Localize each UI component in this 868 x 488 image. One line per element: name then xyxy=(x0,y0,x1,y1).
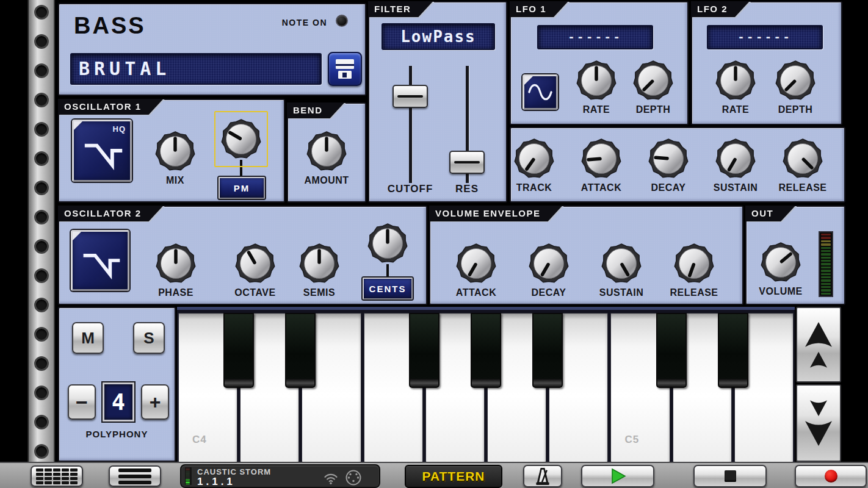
pattern-mode-button[interactable]: PATTERN xyxy=(405,465,502,488)
meter-segment xyxy=(821,257,831,259)
meter-segment xyxy=(821,243,831,245)
mix-knob[interactable] xyxy=(154,131,196,172)
level-meter-segment xyxy=(186,478,190,478)
meter-segment xyxy=(821,283,831,285)
wifi-icon xyxy=(323,471,339,486)
grid-cell xyxy=(62,473,69,476)
octave-up-button[interactable] xyxy=(796,307,841,382)
pm-mode-button[interactable]: PM xyxy=(219,177,265,199)
oscillator2-panel: OSCILLATOR 2 PHASE OCTAVE SEMIS CENTS xyxy=(58,206,427,305)
mute-button[interactable]: M xyxy=(72,322,104,354)
filter-sustain-knob-group: SUSTAIN xyxy=(702,138,769,193)
volume-knob[interactable] xyxy=(760,242,801,283)
oscillator2-title: OSCILLATOR 2 xyxy=(58,206,164,221)
note-on-label: NOTE ON xyxy=(282,18,327,27)
black-key[interactable] xyxy=(471,313,501,388)
filter-type-display[interactable]: LowPass xyxy=(382,23,495,50)
filter-decay-knob[interactable] xyxy=(648,138,689,179)
level-meter-segment xyxy=(186,484,190,484)
solo-button[interactable]: S xyxy=(133,322,165,354)
amp-decay-knob[interactable] xyxy=(528,243,570,284)
octave-down-small-arrow-icon xyxy=(809,400,828,417)
amp-release-knob[interactable] xyxy=(673,243,715,284)
meter-segment xyxy=(821,253,831,255)
synth-rack-screen: BASS NOTE ON BRUTAL OSCILLATOR 1 HQ MIX xyxy=(0,0,868,488)
filter-attack-knob[interactable] xyxy=(580,138,622,179)
lfo2-value-display: ------ xyxy=(707,25,823,49)
filter-release-knob[interactable] xyxy=(782,138,823,179)
lfo2-rate-knob[interactable] xyxy=(715,60,756,101)
lfo1-rate-label: RATE xyxy=(583,104,610,115)
stop-button[interactable] xyxy=(693,465,767,487)
record-button[interactable] xyxy=(795,465,867,487)
polyphony-value-display: 4 xyxy=(103,382,134,422)
resonance-slider[interactable] xyxy=(449,66,485,183)
octave-down-button[interactable] xyxy=(796,384,841,462)
grid-cell xyxy=(53,468,60,472)
polyphony-label: POLYPHONY xyxy=(59,429,175,439)
lfo1-depth-knob[interactable] xyxy=(632,60,674,101)
meter-segment xyxy=(821,247,831,249)
floppy-disk-icon xyxy=(333,57,357,81)
mixer-grid-button[interactable] xyxy=(31,465,83,487)
meter-segment xyxy=(821,276,831,278)
lfo1-rate-knob[interactable] xyxy=(576,60,617,101)
filter-sustain-knob[interactable] xyxy=(715,138,756,179)
cutoff-slider[interactable] xyxy=(392,66,428,183)
grid-cell xyxy=(62,468,69,472)
polyphony-decrement-button[interactable]: − xyxy=(68,384,96,420)
master-level-meter xyxy=(185,467,192,485)
phase-label: PHASE xyxy=(158,287,193,298)
amp-attack-knob[interactable] xyxy=(455,243,497,284)
lfo1-panel: LFO 1 ------ RATE DEPTH xyxy=(510,1,689,125)
level-meter-segment xyxy=(186,475,190,476)
preset-name-display[interactable]: BRUTAL xyxy=(70,53,322,85)
black-key[interactable] xyxy=(656,313,687,388)
bend-title: BEND xyxy=(287,102,345,118)
black-key[interactable] xyxy=(285,313,316,388)
midi-din-icon xyxy=(345,469,362,486)
rack-hole xyxy=(34,298,49,312)
black-key[interactable] xyxy=(409,313,439,388)
sine-wave-icon xyxy=(527,82,554,102)
menu-button[interactable] xyxy=(109,465,161,487)
black-key[interactable] xyxy=(718,313,748,388)
song-info-display[interactable]: CAUSTIC STORM 1.1.1 xyxy=(180,464,380,488)
oscillator1-title: OSCILLATOR 1 xyxy=(58,99,164,115)
bend-amount-knob[interactable] xyxy=(306,131,347,172)
bend-amount-knob-group: AMOUNT xyxy=(293,131,360,186)
black-key[interactable] xyxy=(223,313,254,388)
play-button[interactable] xyxy=(581,465,654,487)
osc2-waveform-button[interactable] xyxy=(71,230,129,291)
note-on-led xyxy=(336,15,348,27)
octave-knob[interactable] xyxy=(234,243,276,284)
metronome-button[interactable] xyxy=(523,465,562,487)
amp-sustain-knob[interactable] xyxy=(601,243,642,284)
amp-release-knob-group: RELEASE xyxy=(660,243,728,298)
grid-cell xyxy=(36,468,43,472)
meter-segment xyxy=(821,267,831,268)
cents-mode-button[interactable]: CENTS xyxy=(363,278,413,300)
out-title: OUT xyxy=(745,206,795,221)
cents-knob[interactable] xyxy=(367,223,408,264)
filter-decay-knob-group: DECAY xyxy=(635,138,702,193)
osc1-waveform-button[interactable]: HQ xyxy=(72,120,132,182)
grid-icon xyxy=(36,468,78,484)
lfo1-waveform-button[interactable] xyxy=(523,74,558,110)
slider-handle[interactable] xyxy=(392,85,428,108)
semis-knob[interactable] xyxy=(298,243,340,284)
black-key-bevel xyxy=(472,379,500,387)
black-key[interactable] xyxy=(532,313,563,388)
lfo1-title: LFO 1 xyxy=(510,1,568,17)
lfo2-rate-knob-group: RATE xyxy=(702,60,769,115)
track-knob[interactable] xyxy=(513,138,555,179)
slider-handle[interactable] xyxy=(449,151,485,174)
rack-hole xyxy=(34,356,49,371)
level-meter-segment xyxy=(186,469,190,470)
polyphony-increment-button[interactable]: + xyxy=(141,384,169,420)
lfo2-depth-knob[interactable] xyxy=(775,60,816,101)
saw-wave-icon xyxy=(79,128,125,173)
phase-knob[interactable] xyxy=(155,243,197,284)
save-preset-button[interactable] xyxy=(328,52,362,86)
song-title: CAUSTIC STORM xyxy=(197,467,271,476)
